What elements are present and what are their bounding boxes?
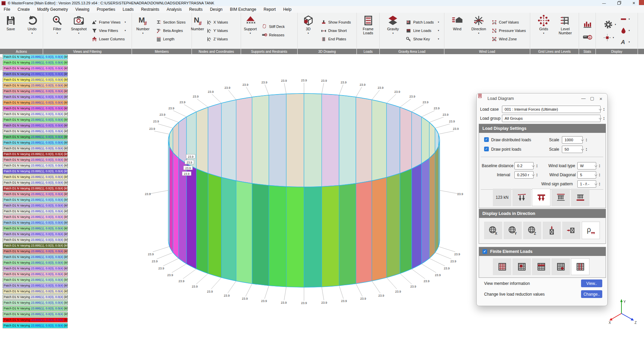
tank-wall-panel[interactable] xyxy=(322,94,339,195)
dropdown-arrow-icon[interactable]: ▼ xyxy=(543,32,545,35)
load-case-select[interactable]: 001 : Internal Forces (Ultimate) xyxy=(502,106,601,113)
ribbon-item-end-plates[interactable]: End Plates xyxy=(319,35,356,43)
dropdown-arrow-icon[interactable]: ▼ xyxy=(628,18,630,21)
tank-wall-panel[interactable] xyxy=(252,183,269,286)
ribbon-button-direction[interactable]: Direction▼ xyxy=(468,14,489,47)
tank-wall-panel[interactable] xyxy=(304,187,322,287)
ribbon-button-frame-loads[interactable]: Frame Loads xyxy=(358,14,379,47)
sidebar-collapse-handle[interactable] xyxy=(0,57,2,70)
main-canvas[interactable]: 23.923.923.923.923.923.923.923.923.923.9… xyxy=(0,54,644,338)
ribbon-item-patch-loads[interactable]: Patch Loads▼ xyxy=(404,18,441,27)
ribbon-item-releases[interactable]: Releases xyxy=(260,31,297,39)
ribbon-button-3d[interactable]: 3D▼ xyxy=(298,14,319,47)
draw-point-checkbox[interactable]: ✓ xyxy=(484,147,489,151)
ribbon-button-gear[interactable]: ▼ xyxy=(603,20,616,30)
dropdown-arrow-icon[interactable]: ▼ xyxy=(307,32,309,35)
change-button[interactable]: Change.. xyxy=(581,290,602,298)
direction-globe-x-button[interactable]: X xyxy=(484,222,502,239)
tank-wall-panel[interactable] xyxy=(196,169,208,274)
direction-rho-button[interactable]: ρ xyxy=(582,222,600,239)
ribbon-item-section-sizes[interactable]: Section Sizes xyxy=(155,18,191,27)
patch-load-list-item[interactable]: Patch D1 N Varying 23.895(1), 0.0(3), 0.… xyxy=(3,243,68,248)
tank-wall-panel[interactable] xyxy=(269,185,286,287)
fel-grid-cross-button[interactable] xyxy=(571,258,589,275)
direction-globe-z-button[interactable]: Z xyxy=(523,222,541,239)
restore-button[interactable] xyxy=(617,1,621,5)
load-style-point-arrows-button[interactable] xyxy=(512,189,531,206)
tank-wall-panel[interactable] xyxy=(339,183,356,286)
tank-wall-panel[interactable] xyxy=(169,146,173,253)
ribbon-button-letter-a[interactable]: A▼ xyxy=(620,38,630,46)
ribbon-button-info[interactable] xyxy=(582,32,592,42)
patch-load-list-item[interactable]: Patch D1 N Varying 23.895(1), 0.0(3), 0.… xyxy=(3,140,68,145)
fel-grid-dot-button[interactable] xyxy=(551,258,570,275)
wind-load-type-select[interactable]: W xyxy=(577,162,596,170)
ribbon-item-show-founds[interactable]: Show Founds xyxy=(319,18,356,27)
direction-fe-right-button[interactable] xyxy=(562,222,580,239)
ribbon-button-grids[interactable]: Grids▼ xyxy=(533,14,554,47)
tank-wall-panel[interactable] xyxy=(322,185,339,287)
menu-viewing[interactable]: Viewing xyxy=(72,7,93,12)
dropdown-arrow-icon[interactable]: ▼ xyxy=(478,32,480,35)
menu-results[interactable]: Results xyxy=(185,7,206,12)
dropdown-arrow-icon[interactable]: ▼ xyxy=(614,23,616,26)
load-group-spinner[interactable]: ▲▼ xyxy=(601,115,607,122)
patch-load-list-item[interactable]: Patch D1 N Varying 23.895(1), 0.0(3), 0.… xyxy=(3,300,68,305)
dropdown-arrow-icon[interactable]: ▼ xyxy=(628,41,630,43)
patch-load-list-item[interactable]: Patch D1 N Varying 23.895(1), 0.0(3), 0.… xyxy=(3,83,68,88)
dropdown-arrow-icon[interactable]: ▼ xyxy=(628,29,630,32)
wind-diagonal-select[interactable]: 5 xyxy=(577,171,596,179)
dropdown-arrow-icon[interactable]: ▼ xyxy=(56,32,58,35)
wind-sign-pattern-spinner[interactable]: ▲▼ xyxy=(597,180,602,188)
menu-loads[interactable]: Loads xyxy=(119,7,137,12)
menu-modify-geometry[interactable]: Modify Geometry xyxy=(33,7,71,12)
minimize-button[interactable]: — xyxy=(602,1,606,5)
tank-wall-panel[interactable] xyxy=(222,177,236,281)
tank-wall-panel[interactable] xyxy=(429,152,435,258)
tank-wall-panel[interactable] xyxy=(412,164,421,269)
close-button[interactable]: × xyxy=(633,0,635,6)
fel-grid-band-button[interactable] xyxy=(532,258,550,275)
wind-load-type-spinner[interactable]: ▲▼ xyxy=(597,162,602,170)
patch-load-list-item[interactable]: Patch D1 N Varying 23.895(1), 0.0(3), 0.… xyxy=(3,152,68,157)
dialog-minimize-button[interactable]: — xyxy=(581,96,586,101)
ribbon-button-number[interactable]: N#Number xyxy=(191,14,204,47)
tank-wall-panel[interactable] xyxy=(252,95,269,197)
fel-grid-square-button[interactable] xyxy=(512,258,531,275)
ribbon-button-gravity[interactable]: Gravity▼ xyxy=(382,14,404,47)
ribbon-item-coef-values[interactable]: CPCoef Values xyxy=(490,18,527,27)
tank-wall-panel[interactable] xyxy=(187,164,196,269)
dropdown-arrow-icon[interactable]: ▼ xyxy=(436,21,440,23)
tank-wall-panel[interactable] xyxy=(286,93,304,194)
patch-load-list-item[interactable]: Patch D1 N Varying 23.895(1), 0.0(3), 0.… xyxy=(3,129,68,134)
baseline-distance-spinner[interactable]: ▲▼ xyxy=(534,162,540,170)
dropdown-arrow-icon[interactable]: ▼ xyxy=(31,32,33,35)
dropdown-arrow-icon[interactable]: ▼ xyxy=(612,36,614,39)
tank-wall-panel[interactable] xyxy=(386,173,400,277)
ribbon-item-x-values[interactable]: XX Values xyxy=(205,18,241,27)
patch-load-list-item[interactable]: Patch D1 N Varying 23.895(1), 0.0(3), 0.… xyxy=(3,192,68,197)
patch-load-list-item[interactable]: Patch D1 N Varying 23.895(1), 0.0(3), 0.… xyxy=(3,123,68,128)
patch-load-list-item[interactable]: Patch D1 N Varying 23.895(1), 0.0(3), 0.… xyxy=(3,203,68,208)
tank-wall-panel[interactable] xyxy=(173,152,179,258)
tank-wall-panel[interactable] xyxy=(356,181,372,284)
ribbon-item-stiff-deck[interactable]: Stiff Deck xyxy=(260,22,297,31)
ribbon-item-wind-zone[interactable]: WWind Zone xyxy=(490,35,527,43)
patch-load-list-item[interactable]: Patch D1 N Varying 23.895(1), 0.0(3), 0.… xyxy=(3,266,68,271)
ribbon-item-z-values[interactable]: ZZ Values xyxy=(205,35,241,43)
view-button[interactable]: View.. xyxy=(581,279,602,287)
patch-load-list-item[interactable]: Patch D1 N Varying 23.895(1), 0.0(3), 0.… xyxy=(3,317,68,323)
direction-globe-y-button[interactable]: Y xyxy=(504,222,522,239)
patch-load-list-item[interactable]: Patch D1 N Varying 23.895(1), 0.0(3), 0.… xyxy=(3,157,68,162)
ribbon-button-snapshot[interactable]: Snapshot▼ xyxy=(68,14,90,47)
ribbon-button-number[interactable]: M#Number▼ xyxy=(132,14,154,47)
patch-load-list-item[interactable]: Patch D1 N Varying 23.895(1), 0.0(3), 0.… xyxy=(3,163,68,168)
dropdown-arrow-icon[interactable]: ▼ xyxy=(122,21,126,23)
patch-load-list-item[interactable]: Patch D1 N Varying 23.895(1), 0.0(3), 0.… xyxy=(3,215,68,220)
menu-restraints[interactable]: Restraints xyxy=(137,7,163,12)
patch-load-list-item[interactable]: Patch D1 N Varying 23.895(1), 0.0(3), 0.… xyxy=(3,60,68,65)
patch-load-list-item[interactable]: Patch D1 N Varying 23.895(1), 0.0(3), 0.… xyxy=(3,77,68,82)
patch-load-list-item[interactable]: Patch D1 N Varying 23.895(1), 0.0(3), 0.… xyxy=(3,237,68,242)
interval-select[interactable]: 0.250 r xyxy=(514,171,534,179)
ribbon-button-node-display[interactable]: ▼ xyxy=(603,34,616,42)
